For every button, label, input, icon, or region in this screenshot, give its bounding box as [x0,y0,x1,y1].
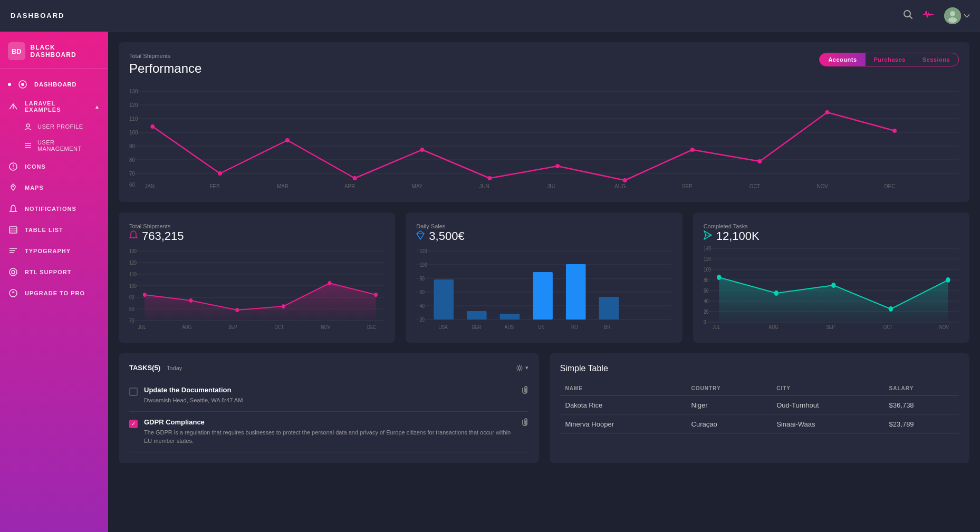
sidebar-item-table-list[interactable]: Table List [0,219,108,240]
sidebar-item-label: Typography [25,248,71,254]
sidebar-item-maps[interactable]: Maps [0,177,108,198]
svg-text:40: 40 [704,298,708,304]
tasks-stat-value: 12,100K [704,229,959,243]
svg-text:RO: RO [571,324,578,330]
svg-point-85 [328,281,332,285]
svg-text:60: 60 [129,182,135,188]
activity-icon[interactable] [923,10,934,21]
sidebar-item-icons[interactable]: Icons [0,156,108,177]
sidebar-item-label: Maps [25,185,44,191]
table-icon [8,225,18,235]
diamond-icon [416,230,425,242]
user-icon [24,122,32,131]
sidebar-header: BD BLACK DASHBOARD [0,32,108,69]
sidebar-sub-label: User Management [37,139,100,152]
svg-text:120: 120 [420,248,427,254]
sidebar-item-user-profile[interactable]: User Profile [0,118,108,135]
shipments-header: Total Shipments 763,215 [129,223,385,243]
sidebar-item-user-management[interactable]: User Management [0,135,108,156]
sidebar-item-laravel-examples[interactable]: Laravel Examples ▲ [0,95,108,118]
svg-text:USA: USA [439,324,448,330]
svg-rect-110 [533,272,553,320]
performance-title-group: Total Shipments Performance [129,53,201,76]
sidebar-item-typography[interactable]: Typography [0,240,108,262]
table-cell-salary: $23,789 [884,415,959,434]
tasks-section-date: Today [167,365,182,371]
svg-point-24 [12,270,15,274]
search-icon[interactable] [903,9,912,22]
tasks-gear-button[interactable]: ▾ [516,364,529,372]
performance-header: Total Shipments Performance Accounts Pur… [129,53,959,76]
svg-line-1 [910,16,912,18]
sales-label: Daily Sales [416,223,671,229]
task-checkbox-2[interactable] [129,420,138,428]
upgrade-icon [8,288,18,298]
svg-point-42 [218,171,222,176]
tasks-stat-header: Completed Tasks 12,100K [704,223,959,243]
attachment-icon-1[interactable] [521,386,529,396]
sidebar-item-notifications[interactable]: Notifications [0,198,108,219]
svg-point-138 [717,275,721,280]
svg-point-83 [235,308,239,312]
attachment-icon-2[interactable] [521,418,529,428]
svg-text:130: 130 [129,89,138,94]
sidebar-item-label: Upgrade to Pro [25,290,85,296]
table-cell-name: Minerva Hooper [560,415,686,434]
table-cell-city: Sinaai-Waas [771,415,883,434]
tab-purchases[interactable]: Purchases [866,53,914,66]
table-cell-country: Curaçao [686,415,772,434]
sidebar-item-upgrade[interactable]: Upgrade to Pro [0,283,108,304]
tab-sessions[interactable]: Sessions [914,53,958,66]
svg-text:80: 80 [129,306,134,312]
svg-text:110: 110 [129,116,138,122]
svg-text:100: 100 [129,283,137,289]
svg-text:120: 120 [129,260,137,266]
sidebar: BD BLACK DASHBOARD Dashboard Laravel Exa… [0,32,108,532]
svg-text:70: 70 [129,171,135,177]
layout: BD BLACK DASHBOARD Dashboard Laravel Exa… [0,32,980,532]
tasks-section-title: TASKS(5) [129,364,160,372]
svg-point-41 [150,124,155,129]
chevron-icon: ▲ [94,104,100,110]
maps-icon [8,182,18,193]
sidebar-item-rtl-support[interactable]: RTL Support [0,262,108,283]
sidebar-navigation: Dashboard Laravel Examples ▲ User Profil… [0,69,108,309]
navbar: DASHBOARD [0,0,980,32]
svg-point-81 [143,293,147,297]
svg-point-25 [9,289,17,297]
svg-rect-109 [500,314,520,320]
tasks-stat-label: Completed Tasks [704,223,959,229]
svg-point-6 [21,83,24,86]
svg-text:AUG: AUG [768,324,778,330]
svg-text:JUL: JUL [138,324,146,330]
svg-text:OCT: OCT [750,183,761,189]
typography-icon [8,246,18,256]
icons-icon [8,161,18,172]
task-checkbox-1[interactable] [129,388,138,396]
svg-point-47 [555,164,560,168]
svg-text:AUG: AUG [182,324,191,330]
avatar [944,7,961,24]
table-cell-country: Niger [686,396,772,415]
svg-text:70: 70 [129,318,134,324]
col-name: NAME [560,381,686,396]
task-content-2: GDPR Compliance The GDPR is a regulation… [144,418,515,446]
table-body: Dakota RiceNigerOud-Turnhout$36,738Miner… [560,396,959,434]
gear-dropdown-arrow: ▾ [525,364,529,371]
shipments-value: 763,215 [129,229,385,243]
tasks-chart: 140 120 100 80 60 40 20 0 [704,246,959,330]
svg-point-0 [904,11,910,17]
svg-marker-93 [417,231,424,239]
sidebar-item-dashboard[interactable]: Dashboard [0,74,108,95]
performance-card: Total Shipments Performance Accounts Pur… [119,42,969,202]
table-cell-city: Oud-Turnhout [771,396,883,415]
svg-text:JUL: JUL [712,324,720,330]
svg-text:JUL: JUL [547,183,556,189]
svg-rect-112 [599,297,619,320]
table-cell-salary: $36,738 [884,396,959,415]
svg-text:AUG: AUG [614,183,626,189]
avatar-button[interactable] [944,7,969,24]
tab-accounts[interactable]: Accounts [820,53,865,66]
table-row: Dakota RiceNigerOud-Turnhout$36,738 [560,396,959,415]
svg-text:NOV: NOV [817,183,829,189]
